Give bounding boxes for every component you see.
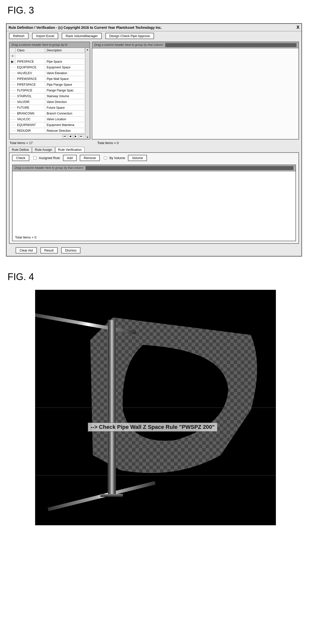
clear-aid-button[interactable]: Clear Aid (16, 247, 37, 253)
right-grid-empty (92, 48, 298, 139)
footer-toolbar: Clear Aid Result Dismiss (7, 245, 301, 256)
class-cell: EQUIPSPACE (16, 65, 45, 70)
table-row[interactable]: PIPEWSPACEPipe Wall Space (10, 76, 85, 82)
description-cell: Valve Location (45, 117, 85, 121)
rack-volume-manager-button[interactable]: Rack VolumeManager (62, 33, 102, 39)
table-row[interactable]: EQUIPSPACEEquipment Space (10, 65, 85, 70)
design-check-pipe-approve-button[interactable]: Design Check Pipe Approve (105, 33, 154, 39)
table-row[interactable]: FLFSPACEFlange Flange Spac (10, 88, 85, 93)
description-cell: Reducer Direction (45, 128, 85, 133)
row-indicator (10, 101, 16, 102)
record-navigator: ⏮ ◀ ▶ ⏭ (10, 134, 85, 139)
remove-button[interactable]: Remove (80, 155, 100, 161)
row-indicator (10, 119, 16, 120)
assigned-rule-checkbox[interactable]: Assigned Rule (32, 156, 60, 160)
volume-button[interactable]: Volume (128, 155, 147, 161)
left-grid-header: Class Description (10, 48, 85, 53)
row-indicator (10, 73, 16, 74)
right-group-hint: Drag a column header here to group by th… (94, 43, 165, 47)
column-beam (108, 320, 116, 496)
figure-4-label: FIG. 4 (0, 267, 311, 285)
by-volume-checkbox[interactable]: By Volume (103, 156, 125, 160)
description-cell: Pipe Wall Space (45, 77, 85, 81)
class-cell: FLFSPACE (16, 88, 45, 93)
class-cell: VALVLOC (16, 117, 45, 121)
row-indicator (10, 130, 16, 131)
table-row[interactable]: PIPEFSPACEPipe Flange Space (10, 82, 85, 88)
table-row[interactable]: VALVLOCValve Location (10, 116, 85, 122)
grid-line-2 (35, 475, 276, 475)
nav-first-button[interactable]: ⏮ (62, 135, 67, 139)
description-cell: Valve Direction (45, 100, 85, 104)
close-button[interactable]: X (296, 25, 299, 30)
scroll-up-icon[interactable]: ▲ (87, 48, 89, 51)
tab-rule-define[interactable]: Rule Define (9, 147, 32, 152)
row-indicator (10, 113, 16, 114)
rule-verification-pane: Check Assigned Rule Add Remove By Volume… (9, 152, 299, 244)
filter-icon[interactable]: ✕ (10, 54, 16, 58)
row-indicator (10, 67, 16, 68)
verification-grid: Drag a column header here to group by th… (12, 165, 296, 241)
description-cell: Valve Elevation (45, 71, 85, 75)
verify-total-items: Total Items = 0 (13, 234, 295, 241)
class-cell: FUTURE (16, 105, 45, 110)
tab-rule-assign[interactable]: Rule Assign (32, 147, 55, 152)
figure-3-label: FIG. 3 (0, 0, 311, 18)
table-row[interactable]: REDUDIRReducer Direction (10, 128, 85, 134)
description-filter[interactable] (45, 55, 85, 56)
verification-toolbar: Check Assigned Rule Add Remove By Volume… (10, 153, 298, 163)
left-group-by-bar[interactable]: Drag a column header here to group by th (10, 42, 90, 48)
class-cell: EQUIPMAINT (16, 123, 45, 127)
table-row[interactable]: VALVELEVValve Elevation (10, 70, 85, 76)
scroll-down-icon[interactable]: ▼ (87, 136, 89, 139)
row-indicator (10, 90, 16, 91)
nav-next-button[interactable]: ▶ (73, 135, 78, 139)
check-button[interactable]: Check (12, 155, 29, 161)
3d-viewport[interactable]: --> Check Pipe Wall Z Space Rule "PWSPZ … (35, 290, 276, 525)
table-row[interactable]: ▶PIPESPACEPipe Space (10, 59, 85, 65)
verify-group-hint: Drag a column header here to group by th… (15, 166, 86, 170)
right-group-by-bar[interactable]: Drag a column header here to group by th… (92, 42, 298, 48)
tab-rule-verification[interactable]: Rule Verification (55, 147, 85, 152)
import-excel-button[interactable]: Import Excel (32, 33, 58, 39)
dismiss-button[interactable]: Dismiss (61, 247, 81, 253)
result-button[interactable]: Result (40, 247, 58, 253)
right-total-items: Total Items = 0 (94, 140, 122, 146)
table-row[interactable]: BRANCONNBranch Connection (10, 111, 85, 116)
refresh-button[interactable]: Refresh (9, 33, 29, 39)
nav-prev-button[interactable]: ◀ (68, 135, 72, 139)
row-indicator (10, 124, 16, 125)
description-cell: Future Space (45, 105, 85, 110)
verification-grid-empty (13, 171, 295, 234)
row-header-spacer (10, 48, 16, 53)
left-scrollbar[interactable]: ▲ ▼ (85, 48, 90, 139)
class-cell: BRANCONN (16, 111, 45, 116)
class-filter[interactable] (16, 55, 45, 56)
row-indicator: ▶ (10, 59, 16, 64)
left-grid-body: ▶PIPESPACEPipe SpaceEQUIPSPACEEquipment … (10, 59, 85, 134)
by-volume-input[interactable] (104, 156, 107, 160)
table-row[interactable]: STAIRVOLStairway Volume (10, 93, 85, 99)
rule-tabs: Rule Define Rule Assign Rule Verificatio… (7, 147, 301, 152)
table-row[interactable]: VALVDIRValve Direction (10, 99, 85, 105)
class-cell: REDUDIR (16, 128, 45, 133)
add-button[interactable]: Add (63, 155, 77, 161)
rule-definition-window: Rule Definition / Verification - (c) Cop… (6, 23, 302, 256)
table-row[interactable]: EQUIPMAINTEquipment Maintena (10, 122, 85, 128)
assigned-rule-label: Assigned Rule (39, 156, 60, 160)
row-indicator (10, 84, 16, 85)
description-cell: Pipe Space (45, 59, 85, 64)
detail-grid-panel: Drag a column header here to group by th… (92, 42, 299, 140)
description-cell: Equipment Maintena (45, 123, 85, 127)
description-column-header[interactable]: Description (45, 48, 85, 53)
filter-row[interactable]: ✕ (10, 53, 85, 59)
class-column-header[interactable]: Class (16, 48, 45, 53)
assigned-rule-input[interactable] (33, 156, 37, 160)
nav-last-button[interactable]: ⏭ (79, 135, 84, 139)
by-volume-label: By Volume (109, 156, 125, 160)
verify-group-by-bar[interactable]: Drag a column header here to group by th… (13, 165, 295, 171)
class-cell: PIPESPACE (16, 59, 45, 64)
table-row[interactable]: FUTUREFuture Space (10, 105, 85, 111)
row-indicator (10, 96, 16, 97)
description-cell: Pipe Flange Space (45, 82, 85, 87)
